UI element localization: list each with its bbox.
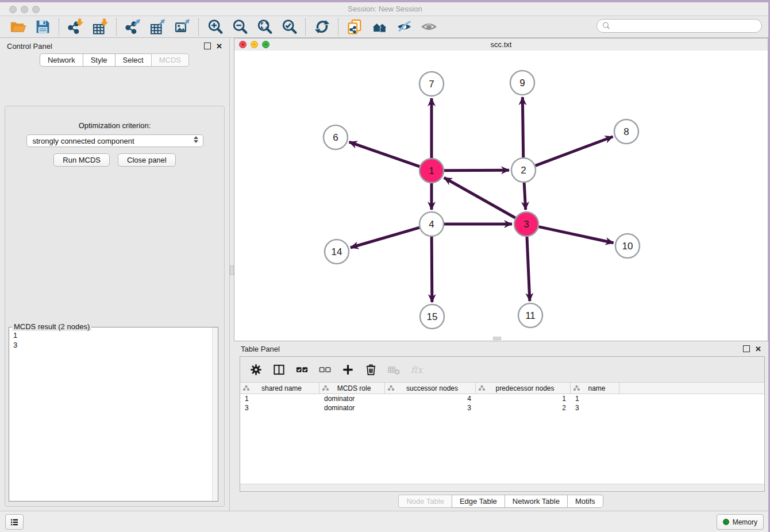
optimization-criterion-label: Optimization criterion:: [5, 121, 224, 130]
eye-icon[interactable]: [417, 17, 441, 37]
float-panel-icon[interactable]: [204, 43, 211, 49]
cell-successor-nodes[interactable]: 4: [385, 394, 476, 403]
table-row[interactable]: 1dominator411: [240, 394, 764, 403]
cell-shared-name[interactable]: 3: [240, 403, 319, 413]
column-header-predecessor-nodes[interactable]: predecessor nodes: [476, 383, 571, 394]
import-table-icon[interactable]: [88, 17, 113, 37]
refresh-view-icon[interactable]: [310, 17, 334, 37]
tab-node-table[interactable]: Node Table: [398, 495, 452, 508]
desktop-edge-top: [0, 0, 770, 2]
node-label-3: 3: [523, 219, 529, 230]
edge-3-1[interactable]: [444, 178, 515, 218]
home-layout-icon[interactable]: [367, 17, 392, 37]
column-header-shared-name[interactable]: shared name: [240, 383, 319, 394]
zoom-in-icon[interactable]: [203, 17, 228, 37]
unselect-all-columns-icon[interactable]: [317, 362, 332, 377]
cell-shared-name[interactable]: 1: [240, 394, 319, 403]
search-box[interactable]: [596, 19, 762, 33]
criterion-value: strongly connected component: [33, 137, 134, 145]
style-visibility-icon[interactable]: [392, 17, 417, 37]
node-label-10: 10: [622, 241, 633, 252]
edge-2-3[interactable]: [524, 183, 526, 210]
clone-network-icon[interactable]: [342, 17, 367, 37]
column-header-name[interactable]: name: [571, 383, 619, 394]
status-bar: Memory: [0, 511, 770, 532]
zoom-selected-icon[interactable]: [277, 17, 302, 37]
column-header-successor-nodes[interactable]: successor nodes: [385, 383, 476, 394]
dropdown-stepper-icon: [194, 136, 198, 143]
table-header-row: shared nameMCDS rolesuccessor nodesprede…: [240, 383, 764, 394]
export-table-icon[interactable]: [145, 17, 170, 37]
table-row[interactable]: 3dominator323: [240, 403, 764, 413]
cell-MCDS-role[interactable]: dominator: [319, 403, 385, 413]
edge-4-14[interactable]: [351, 228, 419, 248]
zoom-fit-icon[interactable]: [252, 17, 277, 37]
tab-style[interactable]: Style: [83, 53, 116, 67]
tree-icon: [478, 384, 486, 392]
close-table-panel-icon[interactable]: ✕: [755, 345, 761, 353]
task-history-button[interactable]: [5, 514, 24, 530]
delete-column-icon[interactable]: [363, 362, 378, 377]
cell-predecessor-nodes[interactable]: 1: [476, 394, 571, 403]
select-all-columns-icon[interactable]: [294, 362, 309, 377]
cell-MCDS-role[interactable]: dominator: [319, 394, 385, 403]
tab-motifs[interactable]: Motifs: [567, 495, 603, 508]
close-panel-button[interactable]: Close panel: [118, 153, 176, 167]
cell-predecessor-nodes[interactable]: 2: [476, 403, 571, 413]
zoom-out-icon[interactable]: [228, 17, 252, 37]
table-horizontal-scrollbar[interactable]: [240, 484, 764, 491]
horizontal-split-handle[interactable]: [493, 337, 501, 340]
control-panel-tabs: NetworkStyleSelectMCDS: [0, 53, 229, 67]
memory-button[interactable]: Memory: [717, 514, 764, 530]
columns-icon[interactable]: [271, 362, 286, 377]
result-scrollbar[interactable]: [212, 327, 218, 501]
table-toolbar: [240, 357, 764, 383]
node-label-6: 6: [333, 132, 338, 143]
toolbar-separator: [338, 18, 339, 36]
node-label-4: 4: [429, 219, 434, 230]
table-tabs: Node TableEdge TableNetwork TableMotifs: [234, 495, 768, 508]
cell-name[interactable]: 1: [571, 394, 619, 403]
close-panel-icon[interactable]: ✕: [216, 43, 222, 50]
import-network-icon[interactable]: [63, 17, 88, 37]
settings-gear-icon[interactable]: [248, 362, 263, 377]
vertical-split-handle[interactable]: [230, 265, 234, 275]
network-window: ✕ − + scc.txt 1234678910111415: [234, 38, 768, 341]
tree-icon: [573, 384, 580, 392]
export-network-icon[interactable]: [121, 17, 145, 37]
column-header-MCDS-role[interactable]: MCDS role: [319, 383, 385, 394]
open-session-icon[interactable]: [6, 17, 30, 37]
run-mcds-button[interactable]: Run MCDS: [53, 153, 110, 167]
node-table-container: shared nameMCDS rolesuccessor nodesprede…: [240, 356, 765, 492]
edge-4-15[interactable]: [432, 237, 432, 302]
tab-select[interactable]: Select: [115, 53, 152, 67]
cell-name[interactable]: 3: [571, 403, 619, 413]
tab-network[interactable]: Network: [40, 53, 83, 67]
tab-network-table[interactable]: Network Table: [505, 495, 568, 508]
network-canvas[interactable]: 1234678910111415: [234, 51, 768, 341]
export-image-icon[interactable]: [170, 17, 195, 37]
search-input[interactable]: [611, 21, 761, 31]
edge-1-6[interactable]: [349, 142, 420, 167]
save-session-icon[interactable]: [30, 17, 55, 37]
node-label-2: 2: [521, 165, 526, 176]
tab-edge-table[interactable]: Edge Table: [452, 495, 505, 508]
mcds-tab-pane: Optimization criterion: strongly connect…: [5, 106, 225, 507]
network-graph[interactable]: 1234678910111415: [234, 51, 768, 341]
criterion-dropdown[interactable]: strongly connected component: [26, 134, 203, 147]
edge-2-8[interactable]: [536, 137, 613, 166]
edge-3-10[interactable]: [539, 227, 614, 243]
tree-icon: [387, 384, 395, 392]
add-column-icon[interactable]: [340, 362, 355, 377]
edge-2-9[interactable]: [522, 97, 523, 157]
edge-1-2[interactable]: [444, 170, 509, 171]
tab-mcds[interactable]: MCDS: [151, 53, 189, 67]
mcds-result-text[interactable]: 1 3: [9, 327, 218, 353]
mcds-result-box: MCDS result (2 nodes) 1 3: [9, 327, 218, 502]
float-table-panel-icon[interactable]: [743, 345, 750, 352]
edge-3-11[interactable]: [527, 237, 530, 301]
control-panel-title: Control Panel: [7, 42, 52, 51]
network-window-titlebar[interactable]: ✕ − + scc.txt: [234, 38, 768, 51]
search-icon: [602, 21, 611, 30]
cell-successor-nodes[interactable]: 3: [385, 403, 476, 413]
